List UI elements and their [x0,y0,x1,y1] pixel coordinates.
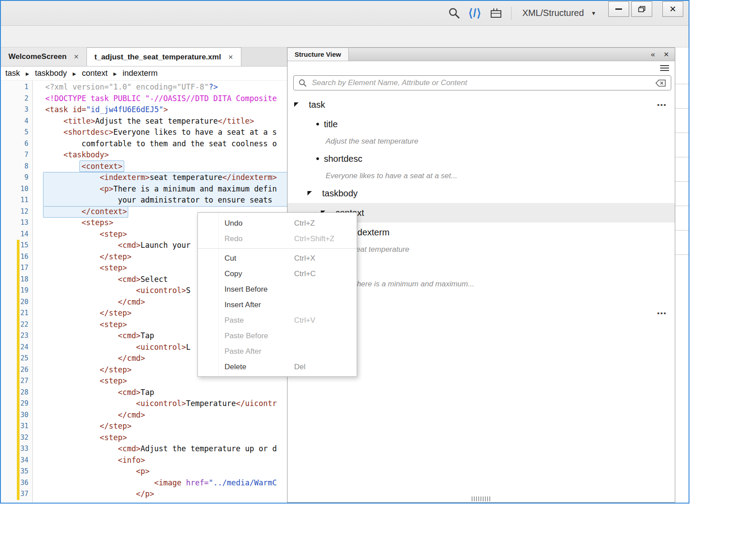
breadcrumb-item-indexterm[interactable]: indexterm [122,69,158,78]
breadcrumb-item-taskbody[interactable]: taskbody [35,69,67,78]
code-token: <step> [100,263,127,272]
code-token: Tap [141,331,154,340]
tree-element-shortdesc[interactable]: shortdesc [287,149,675,168]
tab-close-icon[interactable]: ✕ [228,54,233,61]
view-mode-select[interactable]: XML/Structured ▼ [522,8,596,18]
breadcrumb-item-context[interactable]: context [82,69,107,78]
line-number: 22 [1,319,32,331]
code-token: L [186,343,190,352]
tree-text-preview[interactable]: Everyone likes to have a seat at a set..… [287,168,675,184]
search-icon[interactable] [448,7,461,20]
context-menu: UndoCtrl+ZRedoCtrl+Shift+ZCutCtrl+XCopyC… [197,212,357,377]
line-number: 15 [1,240,32,251]
element-label: title [324,119,338,129]
breadcrumb-separator-icon: ▶ [26,70,29,76]
text-preview: Adjust the seat temperature [326,137,418,146]
code-token: "id_jw4fU6E6dEJ5" [86,105,163,114]
tab-close-icon[interactable]: ✕ [74,53,79,60]
tab-label: WelcomeScreen [8,52,67,61]
menu-item-label: Cut [224,254,236,263]
dropdown-caret-icon: ▼ [591,10,596,16]
code-token: <task id= [45,105,86,114]
view-mode-label: XML/Structured [522,8,584,18]
tree-element-title[interactable]: title [287,114,675,134]
structure-search-input[interactable]: Search by Element Name, Attribute or Con… [293,75,671,90]
structured-view-icon[interactable] [489,7,503,20]
code-token: <p> [100,184,114,193]
line-number: 4 [1,116,32,127]
minimize-button[interactable] [608,1,629,17]
menu-item-insert-after[interactable]: Insert After [198,297,357,313]
menu-item-shortcut: Ctrl+C [294,270,316,278]
line-number-gutter: 1234567891011121314151617181920212223242… [1,81,33,503]
text-preview: Everyone likes to have a seat at a set..… [326,172,457,180]
element-menu-icon[interactable]: ••• [657,309,667,317]
collapse-panel-icon[interactable]: « [651,51,655,58]
menu-item-paste-before: Paste Before [198,328,357,344]
line-number: 17 [1,262,32,274]
line-number: 18 [1,274,32,285]
expander-icon[interactable] [294,102,299,107]
code-token: <cmd> [118,241,141,250]
tree-element-taskbody[interactable]: taskbody [287,184,675,203]
structure-view-titlebar: Structure View « ✕ [287,48,675,61]
restore-button[interactable] [631,1,652,17]
menu-item-label: Copy [224,270,242,278]
menu-item-paste-after: Paste After [198,344,357,359]
code-view-icon[interactable]: ⟨/⟩ [469,7,481,20]
code-token: ?> [209,82,217,91]
menu-item-label: Paste [224,316,244,325]
close-button[interactable]: ✕ [662,1,683,17]
breadcrumb-item-task[interactable]: task [5,69,20,78]
code-token: <step> [100,230,127,238]
menu-item-label: Insert Before [224,285,268,294]
menu-item-undo[interactable]: UndoCtrl+Z [198,215,357,231]
panel-subbar [287,61,675,74]
code-token: </step> [100,309,132,317]
close-panel-icon[interactable]: ✕ [663,51,669,59]
structure-view-tab[interactable]: Structure View [287,48,349,61]
clear-search-icon[interactable] [655,79,666,87]
close-icon: ✕ [669,4,677,14]
menu-item-shortcut: Ctrl+X [294,254,315,263]
menu-separator [198,248,357,249]
line-number: 7 [1,149,32,161]
menu-item-shortcut: Ctrl+V [294,316,315,325]
code-token: <cmd> [118,388,141,397]
menu-item-delete[interactable]: DeleteDel [198,359,357,375]
line-number: 36 [1,477,32,489]
search-icon [299,79,307,87]
menu-item-label: Paste Before [224,332,268,340]
line-number: 34 [1,455,32,466]
code-token: <p> [136,467,150,476]
menu-item-cut[interactable]: CutCtrl+X [198,250,357,266]
panel-resize-grip[interactable] [472,496,491,501]
code-token: <step> [100,376,127,385]
bullet-icon [316,157,319,160]
breadcrumb-separator-icon: ▶ [114,70,117,76]
line-number: 29 [1,398,32,410]
tab-t_adjust_the_seat_temperature-xml[interactable]: t_adjust_the_seat_temperature.xml✕ [87,47,241,66]
app-window: ⟨/⟩ XML/Structured ▼ ✕ WelcomeScreen✕t_a… [0,0,689,504]
code-token: </p> [136,489,154,498]
menu-item-label: Paste After [224,347,261,356]
element-menu-icon[interactable]: ••• [657,101,667,109]
line-number: 8 [1,161,32,172]
window-controls: ✕ [606,1,689,17]
code-token: "../media/WarmC [209,478,277,487]
expander-icon[interactable] [307,191,312,195]
tab-welcomescreen[interactable]: WelcomeScreen✕ [1,47,87,66]
line-number: 25 [1,353,32,364]
tree-element-task[interactable]: task••• [287,95,675,114]
panel-controls: « ✕ [651,48,675,61]
line-number: 9 [1,172,32,184]
titlebar: ⟨/⟩ XML/Structured ▼ ✕ [1,1,689,26]
menu-item-copy[interactable]: CopyCtrl+C [198,266,357,281]
code-token: </step> [100,422,132,430]
menu-item-insert-before[interactable]: Insert Before [198,281,357,297]
code-token: </cmd> [118,410,145,419]
panel-menu-icon[interactable] [660,65,669,71]
line-number: 26 [1,364,32,376]
menu-item-shortcut: Ctrl+Shift+Z [294,234,335,243]
tree-text-preview[interactable]: Adjust the seat temperature [287,134,675,149]
